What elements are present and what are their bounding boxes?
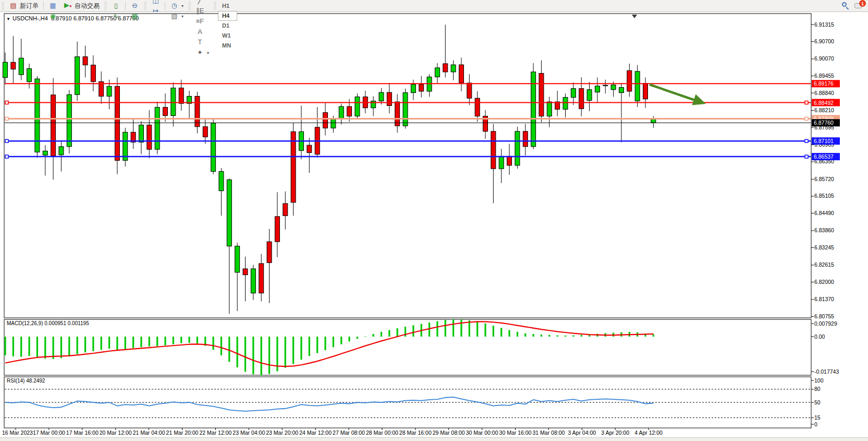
price-axis-label: 6.90070	[814, 55, 834, 62]
price-axis-label: 6.91315	[814, 21, 834, 28]
price-axis-label: 6.80755	[814, 313, 834, 319]
chart-shift-icon[interactable]: ↦	[148, 6, 163, 16]
bear-candle	[147, 125, 152, 150]
time-axis-label: 23 Mar 20:00	[266, 430, 298, 436]
time-axis-label: 16 Mar 2023	[2, 430, 33, 436]
bull-candle	[235, 246, 240, 272]
bull-candle	[331, 119, 336, 128]
bear-candle	[459, 65, 463, 83]
search-icon[interactable]	[842, 2, 849, 9]
bear-candle	[347, 106, 352, 116]
timeframe-button-h4[interactable]: H4	[218, 11, 237, 21]
time-axis-label: 17 Mar 16:00	[66, 430, 99, 436]
chevron-down-icon[interactable]: ▾	[207, 51, 209, 55]
bull-candle	[603, 85, 608, 86]
time-axis-label: 28 Mar 16:00	[399, 430, 432, 436]
fibonacci-icon[interactable]: ≡F	[192, 16, 212, 27]
text-icon[interactable]: A	[192, 27, 212, 37]
timeframe-button-w1[interactable]: W1	[218, 31, 237, 41]
tile-windows-icon[interactable]: ▦	[127, 11, 142, 21]
bull-candle	[211, 123, 216, 172]
line-price-tag-label: 6.87760	[814, 120, 834, 126]
bear-candle	[323, 113, 328, 128]
toolbar-grip[interactable]	[188, 2, 191, 10]
symbol-period-label: USDCNH-,H4	[13, 15, 48, 21]
line-handle[interactable]	[805, 155, 808, 158]
time-axis-label: 3 Apr 20:00	[601, 430, 629, 436]
templates-button[interactable]: ▧▾	[167, 11, 187, 21]
price-axis-label: 6.88840	[814, 90, 834, 96]
navigator-icon[interactable]: ▦	[45, 1, 60, 11]
timeframe-button-d1[interactable]: D1	[218, 21, 237, 31]
bear-candle	[291, 132, 296, 202]
autotrading-button[interactable]: ▶● 自动交易	[60, 1, 103, 11]
line-handle[interactable]	[5, 101, 8, 104]
time-axis-label: 30 Mar 00:00	[466, 430, 498, 436]
bull-candle	[339, 106, 344, 119]
trendline-icon: ╱	[195, 0, 204, 5]
bear-candle	[467, 83, 472, 98]
price-axis-label: 6.89455	[814, 73, 834, 79]
timeframe-button-h1[interactable]: H1	[218, 1, 237, 11]
autotrading-icon: ▶●	[64, 1, 72, 10]
toolbar-grip[interactable]	[104, 2, 107, 10]
line-handle[interactable]	[805, 117, 808, 120]
auto-arrange-icon[interactable]: ◫	[148, 0, 163, 6]
bull-candle	[27, 68, 32, 81]
notifications-icon[interactable]: 1	[854, 2, 864, 9]
bear-candle	[243, 269, 248, 275]
line-price-tag-label: 6.87101	[814, 138, 834, 144]
line-handle[interactable]	[5, 155, 8, 158]
periods-button[interactable]: ◷▾	[167, 1, 187, 11]
new-order-label: 新订单	[20, 2, 39, 10]
zoom-out-icon[interactable]: ⊖	[127, 1, 142, 11]
bear-candle	[443, 64, 448, 72]
terminal-icon: ◉	[48, 12, 57, 20]
line-handle[interactable]	[5, 139, 8, 142]
price-axis-label: 6.82615	[814, 261, 834, 268]
chevron-down-icon[interactable]: ▾	[181, 14, 184, 19]
candlestick-chart-icon[interactable]: ▯	[108, 1, 124, 11]
bear-candle	[51, 95, 56, 156]
bear-candle	[491, 132, 496, 169]
navigator-icon: ▦	[48, 2, 57, 10]
bull-candle	[19, 58, 23, 75]
bear-candle	[83, 57, 88, 65]
price-axis-label: 6.88210	[814, 107, 834, 113]
line-price-tag-label: 6.89176	[814, 80, 834, 87]
chevron-down-icon[interactable]: ▾	[181, 4, 184, 8]
price-axis-label: 6.83860	[814, 227, 834, 233]
autotrading-label: 自动交易	[75, 2, 100, 10]
rsi-axis-label: 100	[814, 377, 824, 384]
bull-candle	[531, 72, 536, 147]
time-axis-label: 31 Mar 08:00	[532, 430, 565, 436]
bear-candle	[115, 86, 119, 160]
macd-axis-label: 0.00	[814, 333, 825, 340]
symbol-dropdown-icon[interactable]: ▼	[6, 17, 10, 21]
label-icon[interactable]: T	[192, 37, 212, 47]
shapes-icon: ✦	[195, 49, 204, 57]
trendline-icon[interactable]: ╱	[192, 0, 212, 6]
line-chart-icon[interactable]: ∿	[108, 11, 124, 21]
line-handle[interactable]	[5, 117, 8, 120]
chart-canvas[interactable]: 6.913156.907006.900706.894556.888406.882…	[0, 0, 868, 441]
toolbar-grip[interactable]	[144, 2, 146, 10]
line-handle[interactable]	[805, 101, 808, 104]
bear-candle	[275, 217, 279, 242]
terminal-icon[interactable]: ◉	[45, 11, 60, 21]
bear-candle	[643, 84, 648, 99]
line-handle[interactable]	[805, 139, 808, 142]
toolbar-grip[interactable]	[2, 2, 4, 10]
bull-candle	[611, 85, 616, 90]
text-icon: A	[195, 28, 204, 36]
bear-candle	[307, 145, 312, 152]
timeframe-button-mn[interactable]: MN	[218, 41, 237, 51]
bull-candle	[595, 86, 600, 92]
shapes-icon[interactable]: ✦▾	[192, 47, 212, 58]
channel-icon[interactable]: ∥E	[192, 6, 212, 16]
auto-arrange-icon: ◫	[151, 0, 160, 5]
new-order-button[interactable]: ▤ 新订单	[6, 1, 42, 11]
bull-candle	[59, 147, 64, 155]
toolbar-grip[interactable]	[214, 2, 216, 10]
bear-candle	[475, 98, 480, 116]
